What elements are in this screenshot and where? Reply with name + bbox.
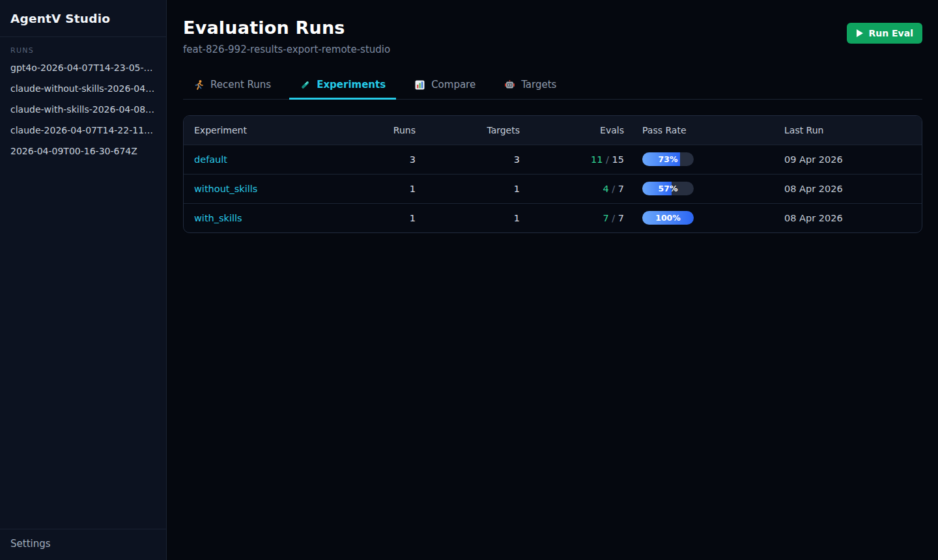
sidebar-item-run-claude-with-skills[interactable]: claude-with-skills-2026-04-08… (0, 99, 166, 120)
sidebar: AgentV Studio RUNS gpt4o-2026-04-07T14-2… (0, 0, 167, 560)
tab-compare[interactable]: Compare (404, 73, 486, 100)
sidebar-footer: Settings (0, 529, 166, 560)
evals-cell: 11 / 15 (530, 145, 634, 174)
last-run-cell: 09 Apr 2026 (784, 145, 922, 174)
targets-cell: 1 (426, 203, 530, 232)
targets-cell: 1 (426, 174, 530, 203)
pass-rate-cell: 57% (634, 174, 784, 203)
evals-passed: 11 (591, 154, 603, 165)
table-row-default: default 3 3 11 / 15 73% 09 Apr 2026 (184, 145, 922, 174)
evals-separator: / (612, 213, 615, 223)
tab-recent-runs-label: Recent Runs (210, 79, 271, 91)
settings-link[interactable]: Settings (10, 538, 156, 550)
main-content: Evaluation Runs feat-826-992-results-exp… (167, 0, 938, 560)
sidebar-spacer (0, 161, 166, 529)
evals-separator: / (612, 184, 615, 194)
sidebar-item-run-gpt4o[interactable]: gpt4o-2026-04-07T14-23-05-… (0, 57, 166, 78)
runner-icon (193, 79, 205, 91)
page-title: Evaluation Runs (183, 18, 390, 38)
table-row-without-skills: without_skills 1 1 4 / 7 57% 08 Apr 2026 (184, 174, 922, 203)
evals-separator: / (606, 154, 609, 165)
evals-passed: 4 (603, 184, 608, 194)
tab-compare-label: Compare (431, 79, 476, 91)
experiment-link-default[interactable]: default (194, 154, 227, 165)
column-header-runs: Runs (340, 116, 426, 145)
run-list: gpt4o-2026-04-07T14-23-05-… claude-witho… (0, 57, 166, 161)
pass-rate-label: 100% (642, 211, 694, 225)
last-run-cell: 08 Apr 2026 (784, 203, 922, 232)
sidebar-item-run-claude[interactable]: claude-2026-04-07T14-22-11… (0, 120, 166, 141)
page-header-text: Evaluation Runs feat-826-992-results-exp… (183, 18, 390, 55)
tab-experiments-label: Experiments (317, 79, 386, 91)
evals-passed: 7 (603, 213, 608, 223)
pass-rate-pill: 73% (642, 152, 694, 166)
tab-experiments[interactable]: Experiments (289, 73, 396, 100)
table-header-row: Experiment Runs Targets Evals Pass Rate … (184, 116, 922, 145)
page-header: Evaluation Runs feat-826-992-results-exp… (183, 18, 922, 55)
evals-total: 7 (618, 184, 624, 194)
pass-rate-label: 57% (642, 182, 694, 195)
sidebar-header: AgentV Studio (0, 0, 166, 37)
evals-cell: 7 / 7 (530, 203, 634, 232)
targets-cell: 3 (426, 145, 530, 174)
experiment-link-with-skills[interactable]: with_skills (194, 213, 242, 223)
column-header-pass-rate: Pass Rate (634, 116, 784, 145)
experiments-table: Experiment Runs Targets Evals Pass Rate … (184, 116, 922, 232)
evals-total: 7 (618, 213, 624, 223)
tab-recent-runs[interactable]: Recent Runs (183, 73, 281, 100)
column-header-experiment: Experiment (184, 116, 340, 145)
runs-cell: 3 (340, 145, 426, 174)
tab-targets-label: Targets (521, 79, 556, 91)
bar-chart-icon (414, 79, 425, 91)
experiments-table-card: Experiment Runs Targets Evals Pass Rate … (183, 115, 922, 233)
table-row-with-skills: with_skills 1 1 7 / 7 100% 08 Apr 2026 (184, 203, 922, 232)
tab-bar: Recent Runs Experiments (183, 73, 922, 100)
page-subtitle: feat-826-992-results-export-remote-studi… (183, 44, 390, 55)
runs-cell: 1 (340, 203, 426, 232)
evals-total: 15 (612, 154, 624, 165)
test-tube-icon (300, 79, 311, 91)
column-header-evals: Evals (530, 116, 634, 145)
tab-targets[interactable]: Targets (494, 73, 567, 100)
experiment-link-without-skills[interactable]: without_skills (194, 184, 257, 194)
runs-section-label: RUNS (10, 46, 156, 55)
app-window: AgentV Studio RUNS gpt4o-2026-04-07T14-2… (0, 0, 938, 560)
pass-rate-cell: 100% (634, 203, 784, 232)
sidebar-item-run-timestamp[interactable]: 2026-04-09T00-16-30-674Z (0, 141, 166, 161)
play-icon (856, 29, 863, 37)
robot-icon (504, 79, 515, 91)
evals-cell: 4 / 7 (530, 174, 634, 203)
run-eval-label: Run Eval (868, 28, 913, 38)
last-run-cell: 08 Apr 2026 (784, 174, 922, 203)
column-header-targets: Targets (426, 116, 530, 145)
pass-rate-cell: 73% (634, 145, 784, 174)
sidebar-item-run-claude-without-skills[interactable]: claude-without-skills-2026-04… (0, 78, 166, 99)
pass-rate-pill: 57% (642, 182, 694, 195)
pass-rate-pill: 100% (642, 211, 694, 225)
column-header-last-run: Last Run (784, 116, 922, 145)
pass-rate-label: 73% (642, 152, 694, 166)
app-title: AgentV Studio (10, 12, 110, 25)
run-eval-button[interactable]: Run Eval (847, 23, 922, 44)
runs-cell: 1 (340, 174, 426, 203)
